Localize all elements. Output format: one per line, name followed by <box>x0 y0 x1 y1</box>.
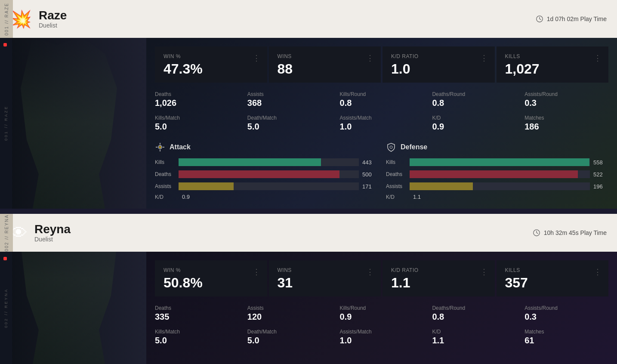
secondary-stat-label-5: Kills/Match <box>155 115 239 121</box>
secondary-stat-label-1: Assists <box>247 91 331 97</box>
bar-fill-kills <box>410 158 589 166</box>
char-placeholder <box>0 252 146 364</box>
stat-box-label-2: K/D Ratio <box>391 53 486 59</box>
defense-kd-value: 1.1 <box>410 194 421 200</box>
stat-box-value-2: 1.0 <box>391 62 486 76</box>
stat-box-2: K/D Ratio 1.1 ⋮ <box>383 260 495 296</box>
agent-header-reyna: 002 // REYNA 👁 Reyna Duelist 10h 32m 45s… <box>0 214 617 252</box>
stat-box-menu-3[interactable]: ⋮ <box>594 267 602 277</box>
secondary-stat-label-5: Kills/Match <box>155 329 239 335</box>
clock-icon <box>533 229 540 237</box>
agent-name: Raze <box>39 9 67 22</box>
bar-container-kills <box>410 158 590 166</box>
clock-icon <box>536 15 543 23</box>
secondary-stat-5: Kills/Match 5.0 <box>155 329 239 345</box>
secondary-stat-label-9: Matches <box>524 329 608 335</box>
playtime-text: 1d 07h 02m Play Time <box>547 15 607 22</box>
stat-box-label-0: Win % <box>164 267 259 273</box>
stat-box-label-0: Win % <box>164 53 259 59</box>
agent-char-img <box>0 38 146 209</box>
defense-kd-label: K/D <box>386 194 410 200</box>
secondary-stat-label-8: K/D <box>432 115 516 121</box>
secondary-stat-label-3: Deaths/Round <box>432 91 516 97</box>
secondary-stat-value-3: 0.8 <box>432 98 516 108</box>
secondary-stat-value-4: 0.3 <box>524 98 608 108</box>
secondary-stat-4: Assists/Round 0.3 <box>524 305 608 322</box>
stat-box-menu-2[interactable]: ⋮ <box>480 53 488 63</box>
agent-emoji-icon: 👁 <box>10 223 28 243</box>
secondary-stat-1: Assists 368 <box>247 91 331 108</box>
stat-box-value-1: 88 <box>278 62 373 76</box>
top-stats: Win % 50.8% ⋮ Wins 31 ⋮ K/D Ratio 1.1 ⋮ … <box>155 260 608 296</box>
bar-fill-deaths <box>410 170 578 178</box>
attack-icon <box>155 142 165 152</box>
secondary-stat-value-4: 0.3 <box>524 312 608 322</box>
bar-label-deaths: Deaths <box>386 171 410 177</box>
secondary-stats: Deaths 1,026 Assists 368 Kills/Round 0.8… <box>155 91 608 132</box>
secondary-stat-value-6: 5.0 <box>247 336 331 345</box>
secondary-stat-value-8: 1.1 <box>432 336 516 345</box>
bar-value-kills: 558 <box>593 159 608 166</box>
secondary-stats: Deaths 335 Assists 120 Kills/Round 0.9 D… <box>155 305 608 345</box>
stat-box-value-1: 31 <box>278 276 373 290</box>
stat-box-2: K/D Ratio 1.0 ⋮ <box>383 46 495 83</box>
secondary-stat-value-0: 1,026 <box>155 98 239 108</box>
secondary-stat-value-7: 1.0 <box>340 122 424 132</box>
attack-section: Attack Kills 443 Deaths 500 Assists <box>155 142 377 200</box>
secondary-stat-label-1: Assists <box>247 305 331 311</box>
bar-row-deaths: Deaths 522 <box>386 170 608 179</box>
bar-value-assists: 171 <box>362 183 377 190</box>
bar-fill-assists <box>179 182 234 190</box>
secondary-stat-value-1: 120 <box>247 312 331 322</box>
secondary-stat-7: Assists/Match 1.0 <box>340 115 424 132</box>
defense-title: Defense <box>386 142 608 152</box>
svg-line-2 <box>540 19 541 20</box>
stat-box-value-0: 50.8% <box>164 276 259 290</box>
secondary-stat-value-1: 368 <box>247 98 331 108</box>
secondary-stat-label-9: Matches <box>524 115 608 121</box>
stat-box-menu-0[interactable]: ⋮ <box>253 53 260 63</box>
secondary-stat-8: K/D 0.9 <box>432 115 516 132</box>
vertical-label-text: 001 // RAZE <box>4 105 8 141</box>
secondary-stat-3: Deaths/Round 0.8 <box>432 305 516 322</box>
bar-value-deaths: 500 <box>362 171 377 178</box>
playtime: 1d 07h 02m Play Time <box>536 15 607 23</box>
bar-label-kills: Kills <box>386 159 410 165</box>
secondary-stat-label-2: Kills/Round <box>340 305 424 311</box>
stat-box-3: Kills 357 ⋮ <box>497 260 609 296</box>
attack-kd-label: K/D <box>155 194 179 200</box>
char-silhouette <box>9 252 129 364</box>
stat-box-menu-2[interactable]: ⋮ <box>480 267 488 277</box>
bar-value-deaths: 522 <box>593 171 608 178</box>
stats-content: Win % 47.3% ⋮ Wins 88 ⋮ K/D Ratio 1.0 ⋮ … <box>146 38 617 209</box>
secondary-stat-value-3: 0.8 <box>432 312 516 322</box>
stat-box-label-2: K/D Ratio <box>391 267 486 273</box>
stat-box-menu-1[interactable]: ⋮ <box>366 267 374 277</box>
bar-row-deaths: Deaths 500 <box>155 170 377 179</box>
agent-number-badge: 002 // REYNA <box>0 214 13 252</box>
stat-box-menu-0[interactable]: ⋮ <box>253 267 260 277</box>
playtime-text: 10h 32m 45s Play Time <box>544 229 607 236</box>
bar-value-assists: 196 <box>593 183 608 190</box>
char-placeholder <box>0 38 146 209</box>
bar-fill-assists <box>410 182 473 190</box>
secondary-stat-value-5: 5.0 <box>155 122 239 132</box>
stats-body-raze: 001 // RAZE Win % 47.3% ⋮ Wins 88 ⋮ <box>0 38 617 209</box>
red-dot <box>3 257 7 260</box>
combat-sections: Attack Kills 443 Deaths 500 Assists <box>155 142 608 200</box>
stat-box-0: Win % 47.3% ⋮ <box>155 46 267 83</box>
secondary-stat-value-9: 61 <box>524 336 608 345</box>
secondary-stat-5: Kills/Match 5.0 <box>155 115 239 132</box>
attack-kd-value: 0.9 <box>179 194 190 200</box>
defense-label: Defense <box>401 143 427 151</box>
top-stats: Win % 47.3% ⋮ Wins 88 ⋮ K/D Ratio 1.0 ⋮ … <box>155 46 608 83</box>
stat-box-0: Win % 50.8% ⋮ <box>155 260 267 296</box>
stat-box-menu-1[interactable]: ⋮ <box>366 53 374 63</box>
bar-label-assists: Assists <box>386 183 410 189</box>
secondary-stat-label-4: Assists/Round <box>524 305 608 311</box>
stat-box-label-3: Kills <box>505 267 600 273</box>
vertical-label: 002 // REYNA <box>0 252 12 364</box>
stat-box-menu-3[interactable]: ⋮ <box>594 53 602 63</box>
agent-number-text: 001 // RAZE <box>4 3 9 35</box>
bar-container-deaths <box>410 170 590 178</box>
